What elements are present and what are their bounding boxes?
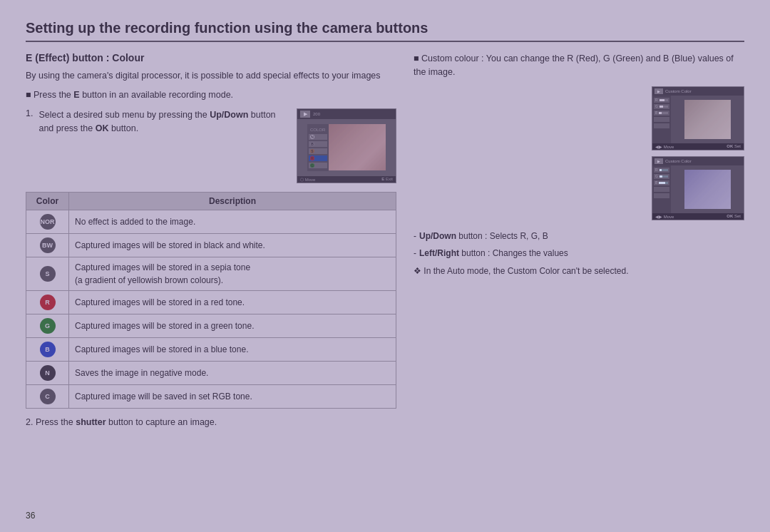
cam2-overlay-2 — [652, 156, 744, 220]
page-number: 36 — [26, 511, 35, 521]
cam2-image-2 — [684, 170, 731, 209]
preview-images: ▶ Custom Color R G B — [414, 86, 744, 220]
right-column: Custom colour : You can change the R (Re… — [414, 52, 744, 427]
camera-preview-3: ▶ Custom Color R G B — [652, 156, 744, 220]
cam2-content-2 — [671, 165, 744, 213]
cam2-body-2: R G B — [652, 165, 744, 213]
